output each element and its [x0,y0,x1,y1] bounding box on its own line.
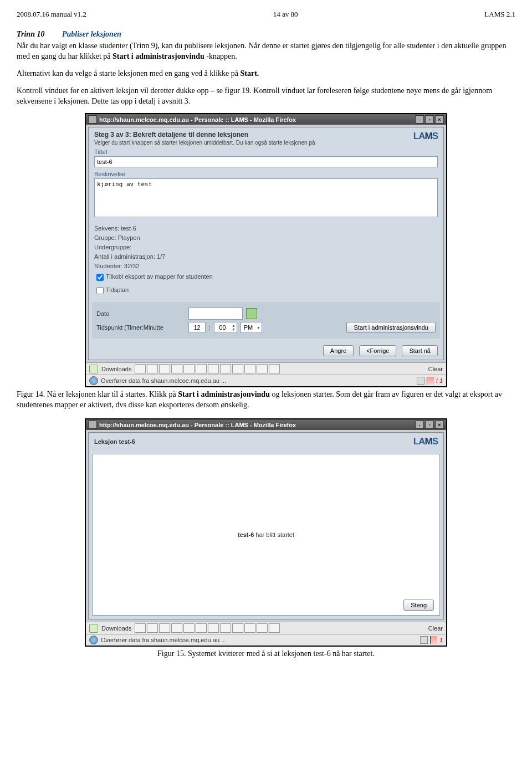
minute-spinner[interactable]: ▲▼ [214,322,237,333]
dl-tab[interactable] [135,623,146,633]
button-row: Angre <Forrige Start nå [89,342,443,360]
dialog-header: Leksjon test-6 LAMS [89,433,443,450]
date-input[interactable] [188,308,243,320]
window-titlebar: http://shaun.melcoe.mq.edu.au - Personal… [86,114,446,125]
header-left: 2008.07.16 manual v1.2 [17,10,86,19]
screenshot-1-window: http://shaun.melcoe.mq.edu.au - Personal… [85,113,447,387]
dialog-header: Steg 3 av 3: Bekreft detaljene til denne… [89,127,443,147]
dl-tab[interactable] [244,364,255,373]
hour-spinner[interactable] [188,322,206,333]
close-icon[interactable]: × [435,421,444,429]
dl-tab[interactable] [244,623,255,633]
lams-logo: LAMS [413,436,438,447]
globe-icon [89,636,98,644]
window-icon [88,115,97,124]
downloads-label: Downloads [101,625,131,632]
dl-tab[interactable] [171,364,182,373]
dl-tab[interactable] [147,623,158,633]
info-list: Sekvens: test-6 Gruppe: Playpen Undergru… [89,220,443,302]
info-students: Studenter: 32/32 [94,263,438,269]
status-bar: Overfører data fra shaun.melcoe.mq.edu.a… [86,375,446,386]
dialog-body: test-6 har blitt startet Steng [92,454,440,616]
checkbox-schedule[interactable] [96,287,104,294]
window-title: http://shaun.melcoe.mq.edu.au - Personal… [99,422,296,428]
undo-button[interactable]: Angre [323,345,354,356]
clear-button[interactable]: Clear [428,625,443,632]
step-number: Trinn 10 [17,30,44,38]
confirmation-message: test-6 har blitt startet [238,531,294,538]
maximize-icon[interactable]: ▫ [425,115,434,124]
dl-tab[interactable] [135,364,146,373]
dl-tab[interactable] [183,623,195,633]
globe-icon [89,376,98,385]
paragraph-3: Kontroll vinduet for en aktivert leksjon… [17,86,515,107]
previous-button[interactable]: <Forrige [359,345,396,356]
download-icon [89,624,98,633]
dl-tab[interactable] [269,364,280,373]
dl-tab[interactable] [159,364,170,373]
header-center: 14 av 80 [273,10,298,19]
flag-icon [430,636,437,644]
dialog-title: Steg 3 av 3: Bekreft detaljene til denne… [94,131,315,139]
dl-tab[interactable] [220,364,231,373]
downloads-bar: Downloads Clear [86,362,446,375]
dl-tab[interactable] [232,623,243,633]
checkbox-export[interactable] [96,274,104,281]
minimize-icon[interactable]: - [415,115,424,124]
close-icon[interactable]: × [435,115,444,124]
header-right: LAMS 2.1 [484,10,515,19]
maximize-icon[interactable]: ▫ [425,421,434,429]
status-bar: Overfører data fra shaun.melcoe.mq.edu.a… [86,634,446,646]
ampm-select[interactable]: ▼ [241,322,262,333]
lock-icon [417,377,424,385]
dl-tab[interactable] [171,623,182,633]
close-button[interactable]: Steng [403,600,434,611]
window-title: http://shaun.melcoe.mq.edu.au - Personal… [99,116,296,123]
clear-button[interactable]: Clear [428,366,443,372]
dl-tab[interactable] [196,364,207,373]
step-name: Publiser leksjonen [62,30,121,38]
status-warning: 1 [439,637,443,643]
label-description: Beskrivelse [94,171,438,177]
dl-tab[interactable] [220,623,231,633]
checkbox-export-label: Tilkobl eksport av mapper for studenten [106,274,213,280]
start-admin-button[interactable]: Start i administrasjonsvindu [346,322,436,333]
start-now-button[interactable]: Start nå [402,345,438,356]
dl-tab[interactable] [257,364,268,373]
status-text: Overfører data fra shaun.melcoe.mq.edu.a… [101,637,226,643]
figure-15-caption: Figur 15. Systemet kvitterer med å si at… [17,649,515,659]
dl-tab[interactable] [183,364,195,373]
dl-tab[interactable] [147,364,158,373]
paragraph-1: Når du har valgt en klasse studenter (Tr… [17,41,515,62]
dl-tab[interactable] [269,623,280,633]
dl-tab[interactable] [159,623,170,633]
window-icon [88,421,97,429]
dl-tab[interactable] [232,364,243,373]
info-group: Gruppe: Playpen [94,234,438,241]
downloads-bar: Downloads Clear [86,622,446,634]
downloads-label: Downloads [101,366,131,372]
figure-14-caption: Figur 14. Nå er leksjonen klar til å sta… [17,390,515,411]
minimize-icon[interactable]: - [415,421,424,429]
label-title: Tittel [94,148,438,155]
schedule-block: Dato Tidspunkt (Timer:Minutte : ▲▼ ▼ Sta… [92,302,440,339]
date-label: Dato [96,310,185,317]
lams-logo: LAMS [413,131,438,142]
description-textarea[interactable]: kjøring av test [94,178,438,217]
calendar-icon[interactable] [246,308,257,319]
screenshot-2-window: http://shaun.melcoe.mq.edu.au - Personal… [85,418,447,647]
title-input[interactable] [94,156,438,167]
dl-tab[interactable] [208,364,219,373]
info-admin-count: Antall i administrasjon: 1/7 [94,253,438,260]
lesson-title: Leksjon test-6 [94,438,135,445]
dl-tab[interactable] [208,623,219,633]
flag-icon [427,377,434,385]
info-subgroup: Undergruppe: [94,244,438,250]
section-title: Trinn 10 Publiser leksjonen [17,30,515,39]
status-text: Overfører data fra shaun.melcoe.mq.edu.a… [101,377,226,384]
dl-tab[interactable] [196,623,207,633]
paragraph-2: Alternativt kan du velge å starte leksjo… [17,69,515,79]
dl-tab[interactable] [257,623,268,633]
checkbox-schedule-label: Tidsplan [106,287,129,294]
download-icon [89,365,98,373]
